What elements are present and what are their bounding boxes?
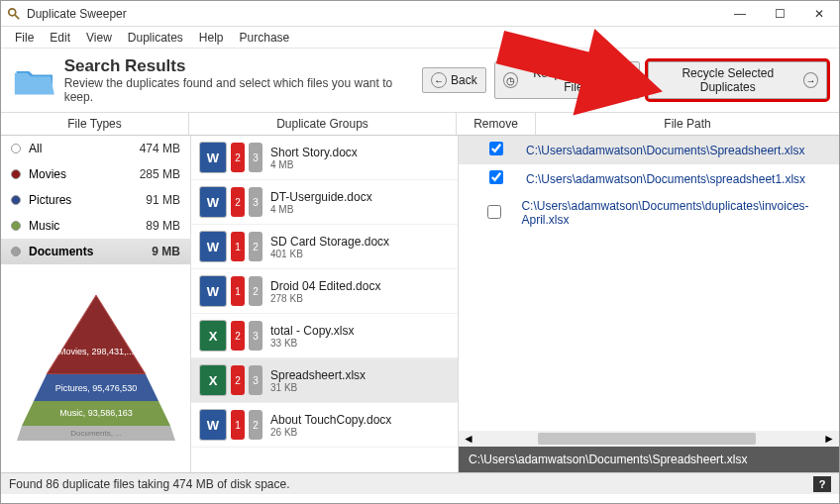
file-path: C:\Users\adamwatson\Documents\Spreadshee…	[526, 144, 804, 157]
group-filename: total - Copy.xlsx	[270, 324, 354, 338]
remove-checkbox[interactable]	[487, 205, 501, 219]
back-button[interactable]: ← Back	[422, 67, 486, 93]
menu-file[interactable]: File	[7, 29, 42, 47]
file-row[interactable]: C:\Users\adamwatson\Documents\spreadshee…	[459, 164, 839, 193]
filetype-size: 89 MB	[146, 219, 180, 233]
duplicate-group[interactable]: W 2 3 DT-Userguide.docx 4 MB	[191, 180, 458, 225]
scroll-left-icon[interactable]: ◄	[459, 432, 478, 446]
filetype-music[interactable]: Music 89 MB	[1, 213, 190, 239]
forward-arrow-icon: →	[803, 72, 818, 88]
filetype-size: 285 MB	[140, 167, 180, 181]
remove-checkbox[interactable]	[489, 142, 503, 155]
filetype-all[interactable]: All 474 MB	[1, 136, 190, 161]
scroll-right-icon[interactable]: ►	[819, 432, 839, 446]
folder-icon	[13, 60, 56, 100]
duplicate-group[interactable]: X 2 3 total - Copy.xlsx 33 KB	[191, 314, 458, 358]
count-chip: 1	[231, 276, 245, 306]
col-file-path[interactable]: File Path	[536, 113, 839, 135]
keep-newest-button[interactable]: ◷ Keep All Newest Files	[494, 61, 640, 99]
main: All 474 MB Movies 285 MB Pictures 91 MB …	[1, 136, 839, 472]
column-headers: File Types Duplicate Groups Remove File …	[1, 113, 839, 136]
svg-line-1	[15, 14, 19, 18]
word-file-icon: W	[199, 231, 227, 262]
recycle-duplicates-button[interactable]: Recycle Selected Duplicates →	[648, 61, 827, 99]
count-chip: 3	[249, 321, 262, 351]
col-remove[interactable]: Remove	[457, 113, 536, 135]
count-chip: 2	[231, 187, 245, 217]
menu-view[interactable]: View	[78, 29, 120, 47]
menubar: File Edit View Duplicates Help Purchase	[1, 27, 839, 49]
duplicate-group[interactable]: W 1 2 About TouchCopy.docx 26 KB	[191, 403, 458, 448]
excel-file-icon: X	[199, 364, 227, 396]
clock-icon: ◷	[503, 72, 518, 88]
page-subtitle: Review the duplicates found and select w…	[64, 76, 406, 104]
back-arrow-icon: ←	[431, 72, 447, 88]
filetype-size: 9 MB	[152, 245, 180, 258]
filetype-movies[interactable]: Movies 285 MB	[1, 161, 190, 187]
count-chip: 2	[231, 321, 245, 351]
col-duplicate-groups[interactable]: Duplicate Groups	[189, 113, 457, 135]
filetype-documents[interactable]: Documents 9 MB	[1, 239, 190, 264]
group-filesize: 26 KB	[270, 427, 391, 438]
svg-text:Pictures, 95,476,530: Pictures, 95,476,530	[54, 383, 137, 393]
svg-marker-3	[47, 295, 146, 374]
page-title: Search Results	[64, 56, 406, 76]
filetype-name: Pictures	[29, 193, 146, 207]
duplicate-group[interactable]: W 1 2 SD Card Storage.docx 401 KB	[191, 225, 458, 269]
filetype-dot-icon	[11, 221, 21, 231]
excel-file-icon: X	[199, 320, 227, 352]
group-filename: Spreadsheert.xlsx	[270, 368, 366, 382]
panel-duplicate-groups: W 2 3 Short Story.docx 4 MBW 2 3 DT-User…	[191, 136, 459, 472]
statusbar: Found 86 duplicate files taking 474 MB o…	[1, 472, 839, 494]
pyramid-chart: Movies, 298,431,... Pictures, 95,476,530…	[1, 264, 190, 472]
maximize-button[interactable]: ☐	[760, 1, 799, 27]
menu-duplicates[interactable]: Duplicates	[120, 29, 191, 47]
duplicate-group[interactable]: X 2 3 Spreadsheert.xlsx 31 KB	[191, 358, 458, 403]
col-file-types[interactable]: File Types	[1, 113, 189, 135]
group-filename: About TouchCopy.docx	[270, 413, 391, 427]
menu-edit[interactable]: Edit	[42, 29, 78, 47]
count-chip: 1	[231, 232, 245, 261]
minimize-button[interactable]: —	[720, 1, 760, 27]
group-filename: Short Story.docx	[270, 146, 358, 159]
group-filesize: 278 KB	[270, 293, 380, 304]
menu-purchase[interactable]: Purchase	[232, 29, 298, 47]
duplicate-group[interactable]: W 2 3 Short Story.docx 4 MB	[191, 136, 458, 180]
svg-text:Movies, 298,431,...: Movies, 298,431,...	[57, 347, 133, 356]
filetype-dot-icon	[11, 169, 21, 179]
selected-file-path: C:\Users\adamwatson\Documents\Spreadshee…	[459, 447, 839, 472]
status-text: Found 86 duplicate files taking 474 MB o…	[9, 477, 290, 491]
filetype-dot-icon	[11, 195, 21, 205]
filetype-name: Documents	[29, 245, 152, 258]
scrollbar-thumb[interactable]	[538, 433, 756, 445]
app-icon	[7, 7, 21, 21]
group-filesize: 4 MB	[270, 159, 358, 170]
file-row[interactable]: C:\Users\adamwatson\Documents\Spreadshee…	[459, 136, 839, 164]
svg-point-0	[9, 8, 16, 15]
word-file-icon: W	[199, 409, 227, 441]
menu-help[interactable]: Help	[191, 29, 232, 47]
file-row[interactable]: C:\Users\adamwatson\Documents\duplicates…	[459, 193, 839, 233]
group-filename: Droid 04 Edited.docx	[270, 279, 380, 293]
duplicate-group[interactable]: W 1 2 Droid 04 Edited.docx 278 KB	[191, 269, 458, 314]
group-filesize: 33 KB	[270, 338, 354, 349]
group-filesize: 401 KB	[270, 249, 389, 259]
header: Search Results Review the duplicates fou…	[1, 49, 839, 113]
filetype-dot-icon	[11, 247, 21, 256]
file-path: C:\Users\adamwatson\Documents\duplicates…	[521, 199, 831, 227]
remove-checkbox[interactable]	[489, 170, 503, 184]
panel-file-types: All 474 MB Movies 285 MB Pictures 91 MB …	[1, 136, 191, 472]
horizontal-scrollbar[interactable]: ◄ ►	[459, 431, 839, 447]
close-button[interactable]: ✕	[799, 1, 839, 27]
file-path: C:\Users\adamwatson\Documents\spreadshee…	[526, 172, 805, 186]
filetype-name: Movies	[29, 167, 140, 181]
group-filesize: 4 MB	[270, 204, 372, 215]
help-icon[interactable]: ?	[813, 476, 831, 492]
count-chip: 2	[231, 143, 245, 172]
count-chip: 3	[249, 187, 262, 217]
filetype-pictures[interactable]: Pictures 91 MB	[1, 187, 190, 213]
count-chip: 2	[249, 276, 262, 306]
word-file-icon: W	[199, 186, 227, 218]
count-chip: 3	[249, 143, 262, 172]
group-filename: DT-Userguide.docx	[270, 190, 372, 204]
